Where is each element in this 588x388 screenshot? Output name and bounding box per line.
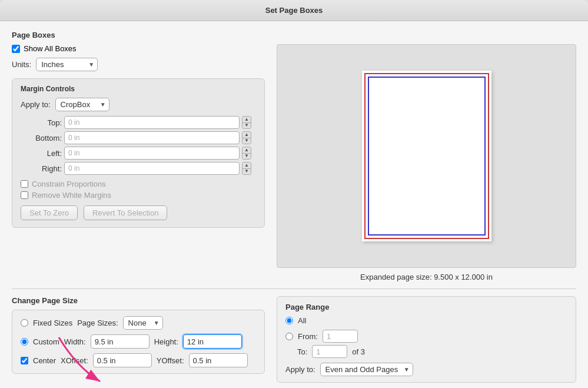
apply-to-range-row: Apply to: Even and Odd Pages Even Pages … — [285, 363, 567, 376]
constrain-proportions-checkbox[interactable] — [21, 180, 28, 188]
top-stepper-up[interactable]: ▲ — [242, 117, 251, 123]
right-stepper-down[interactable]: ▼ — [242, 169, 251, 175]
custom-row: Custom Width: Height: — [21, 334, 256, 349]
change-page-size-box: Fixed Sizes Page Sizes: None Letter A4 L… — [12, 310, 265, 374]
from-label: From: — [298, 332, 318, 341]
apply-to-label: Apply to: — [21, 100, 51, 109]
page-range-title: Page Range — [285, 303, 567, 311]
page-range-box: Page Range All From: To: — [277, 296, 576, 383]
apply-to-range-select-wrapper: Even and Odd Pages Even Pages Only Odd P… — [320, 363, 413, 376]
top-stepper[interactable]: ▲ ▼ — [242, 116, 251, 129]
bottom-label: Bottom: — [21, 134, 62, 142]
units-select[interactable]: Inches Centimeters Points Picas Millimet… — [36, 58, 98, 71]
page-preview — [362, 71, 491, 241]
margin-input-grid: Top: ▲ ▼ Bottom: ▲ ▼ Left: — [21, 116, 256, 175]
custom-radio[interactable] — [21, 338, 28, 346]
left-stepper-up[interactable]: ▲ — [242, 147, 251, 154]
xoffset-label: XOffset: — [61, 356, 88, 365]
apply-to-row: Apply to: CropBox MediaBox BleedBox Trim… — [21, 98, 256, 111]
margin-buttons-row: Set To Zero Revert To Selection — [21, 205, 256, 220]
to-row: To: of 3 — [285, 345, 567, 358]
top-stepper-down[interactable]: ▼ — [242, 123, 251, 129]
xoffset-input[interactable] — [93, 353, 152, 367]
expanded-size-text: Expanded page size: 9.500 x 12.000 in — [360, 273, 493, 281]
right-stepper-up[interactable]: ▲ — [242, 163, 251, 169]
of-text: of 3 — [352, 347, 365, 356]
fixed-sizes-label: Fixed Sizes — [33, 319, 72, 327]
page-preview-container — [277, 44, 576, 268]
constrain-proportions-row: Constrain Proportions — [21, 180, 256, 188]
yoffset-input[interactable] — [189, 353, 248, 367]
set-to-zero-button[interactable]: Set To Zero — [21, 205, 78, 220]
show-all-boxes-row: Show All Boxes — [12, 44, 265, 53]
bottom-input[interactable] — [64, 131, 240, 144]
right-stepper[interactable]: ▲ ▼ — [242, 162, 251, 175]
fixed-sizes-row: Fixed Sizes Page Sizes: None Letter A4 L… — [21, 316, 256, 330]
to-input[interactable] — [312, 345, 347, 358]
page-sizes-select-wrapper: None Letter A4 Legal ▼ — [123, 316, 163, 330]
top-input[interactable] — [64, 116, 240, 129]
center-checkbox[interactable] — [21, 357, 28, 364]
left-label: Left: — [21, 149, 62, 158]
show-all-boxes-label: Show All Boxes — [24, 44, 77, 53]
apply-to-select-wrapper: CropBox MediaBox BleedBox TrimBox ArtBox… — [55, 98, 109, 111]
margin-controls-box: Margin Controls Apply to: CropBox MediaB… — [12, 78, 265, 228]
change-page-size-title: Change Page Size — [12, 296, 265, 305]
left-stepper-down[interactable]: ▼ — [242, 154, 251, 160]
left-input[interactable] — [64, 147, 240, 160]
height-label: Height: — [154, 337, 178, 346]
all-label: All — [298, 316, 306, 325]
from-input[interactable] — [323, 330, 358, 343]
apply-to-select[interactable]: CropBox MediaBox BleedBox TrimBox ArtBox — [55, 98, 109, 111]
center-row: Center XOffset: YOffset: — [21, 353, 256, 367]
from-row: From: — [285, 330, 567, 343]
left-panel: Show All Boxes Units: Inches Centimeters… — [12, 44, 265, 281]
page-boxes-section-label: Page Boxes — [12, 31, 576, 39]
top-section: Show All Boxes Units: Inches Centimeters… — [12, 44, 576, 281]
yoffset-label: YOffset: — [157, 356, 184, 365]
units-label: Units: — [12, 60, 31, 69]
remove-white-margins-checkbox[interactable] — [21, 191, 28, 199]
bottom-stepper-down[interactable]: ▼ — [242, 138, 251, 144]
right-label: Right: — [21, 164, 62, 173]
right-input[interactable] — [64, 162, 240, 175]
dialog-body: Page Boxes Show All Boxes Units: Inches … — [0, 21, 588, 388]
all-radio-row: All — [285, 316, 567, 325]
bottom-stepper[interactable]: ▲ ▼ — [242, 131, 251, 144]
top-label: Top: — [21, 118, 62, 127]
constrain-proportions-label: Constrain Proportions — [32, 180, 106, 188]
bottom-right: Page Range All From: To: — [277, 296, 576, 383]
set-page-boxes-dialog: Set Page Boxes Page Boxes Show All Boxes… — [0, 0, 588, 388]
bottom-section: Change Page Size Fixed Sizes Page Sizes:… — [12, 296, 576, 383]
fixed-sizes-radio[interactable] — [21, 319, 28, 327]
all-radio[interactable] — [285, 317, 293, 324]
revert-to-selection-button[interactable]: Revert To Selection — [84, 205, 168, 220]
page-sizes-label: Page Sizes: — [77, 319, 118, 327]
bottom-stepper-up[interactable]: ▲ — [242, 132, 251, 138]
title-bar: Set Page Boxes — [0, 0, 588, 21]
units-row: Units: Inches Centimeters Points Picas M… — [12, 58, 265, 71]
apply-to-range-select[interactable]: Even and Odd Pages Even Pages Only Odd P… — [320, 363, 413, 376]
width-label: Width: — [64, 337, 86, 346]
height-input[interactable] — [183, 334, 242, 349]
from-radio[interactable] — [285, 333, 293, 340]
page-inner-border — [368, 77, 486, 236]
custom-label: Custom — [33, 337, 59, 346]
remove-white-margins-row: Remove White Margins — [21, 191, 256, 200]
page-sizes-select[interactable]: None Letter A4 Legal — [123, 316, 163, 330]
bottom-left: Change Page Size Fixed Sizes Page Sizes:… — [12, 296, 265, 383]
units-select-wrapper: Inches Centimeters Points Picas Millimet… — [36, 58, 98, 71]
dialog-title: Set Page Boxes — [265, 6, 323, 15]
width-input[interactable] — [91, 334, 150, 349]
margin-controls-title: Margin Controls — [21, 85, 256, 93]
center-label: Center — [33, 356, 56, 365]
section-divider — [12, 288, 576, 289]
remove-white-margins-label: Remove White Margins — [32, 191, 111, 200]
to-label: To: — [297, 347, 307, 356]
apply-to-range-label: Apply to: — [285, 365, 315, 374]
left-stepper[interactable]: ▲ ▼ — [242, 147, 251, 160]
right-panel: Expanded page size: 9.500 x 12.000 in — [277, 44, 576, 281]
show-all-boxes-checkbox[interactable] — [12, 45, 20, 53]
